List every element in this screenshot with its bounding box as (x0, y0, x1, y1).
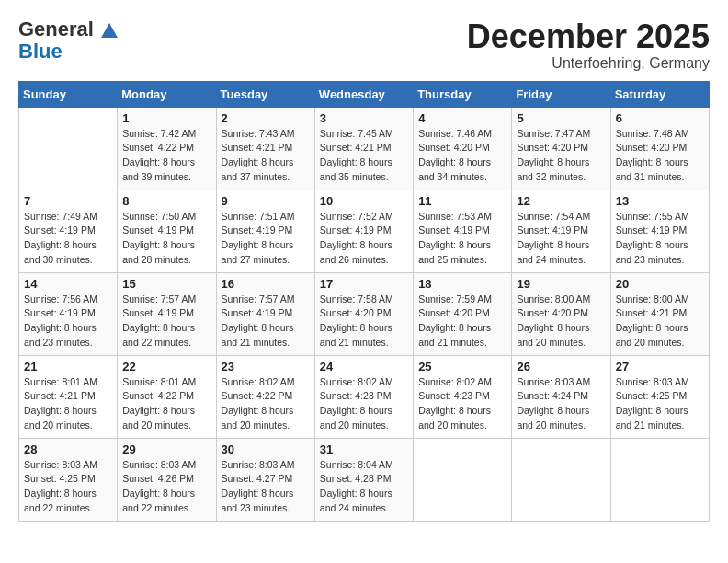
calendar-header-row: SundayMondayTuesdayWednesdayThursdayFrid… (19, 81, 710, 107)
header-wednesday: Wednesday (314, 81, 413, 107)
day-info: Sunrise: 7:46 AMSunset: 4:20 PMDaylight:… (418, 127, 506, 185)
day-info: Sunrise: 7:58 AMSunset: 4:20 PMDaylight:… (320, 293, 408, 350)
day-info: Sunrise: 7:45 AMSunset: 4:21 PMDaylight:… (320, 127, 408, 185)
day-number: 24 (320, 360, 408, 373)
day-number: 12 (517, 194, 605, 208)
calendar-week-row: 28Sunrise: 8:03 AMSunset: 4:25 PMDayligh… (19, 438, 710, 521)
day-info: Sunrise: 8:02 AMSunset: 4:22 PMDaylight:… (222, 375, 310, 433)
day-number: 31 (320, 442, 408, 456)
day-info: Sunrise: 8:04 AMSunset: 4:28 PMDaylight:… (320, 458, 408, 516)
day-info: Sunrise: 7:51 AMSunset: 4:19 PMDaylight:… (222, 210, 310, 268)
calendar-cell: 2Sunrise: 7:43 AMSunset: 4:21 PMDaylight… (216, 107, 314, 190)
day-number: 14 (24, 277, 112, 291)
calendar-cell: 30Sunrise: 8:03 AMSunset: 4:27 PMDayligh… (216, 438, 314, 521)
day-number: 28 (24, 442, 112, 456)
logo-blue: Blue (18, 40, 63, 63)
calendar-cell: 26Sunrise: 8:03 AMSunset: 4:24 PMDayligh… (512, 355, 610, 438)
day-info: Sunrise: 7:54 AMSunset: 4:19 PMDaylight:… (517, 210, 605, 268)
calendar-cell (512, 438, 610, 521)
day-info: Sunrise: 7:55 AMSunset: 4:19 PMDaylight:… (616, 210, 704, 268)
calendar-cell: 31Sunrise: 8:04 AMSunset: 4:28 PMDayligh… (314, 438, 413, 521)
day-info: Sunrise: 7:52 AMSunset: 4:19 PMDaylight:… (320, 210, 408, 268)
page-header: General Blue December 2025 Unterfoehring… (18, 18, 710, 72)
day-number: 7 (24, 194, 112, 208)
day-number: 22 (122, 360, 210, 373)
calendar-cell: 8Sunrise: 7:50 AMSunset: 4:19 PMDaylight… (118, 190, 216, 272)
day-number: 6 (616, 111, 704, 125)
calendar-cell: 10Sunrise: 7:52 AMSunset: 4:19 PMDayligh… (314, 190, 413, 272)
calendar-cell: 17Sunrise: 7:58 AMSunset: 4:20 PMDayligh… (314, 272, 413, 355)
header-saturday: Saturday (610, 81, 709, 107)
calendar-cell: 1Sunrise: 7:42 AMSunset: 4:22 PMDaylight… (118, 107, 216, 190)
day-number: 16 (222, 277, 310, 291)
calendar-week-row: 1Sunrise: 7:42 AMSunset: 4:22 PMDaylight… (19, 107, 710, 190)
day-number: 17 (320, 277, 408, 291)
day-number: 9 (222, 194, 310, 208)
calendar-cell: 28Sunrise: 8:03 AMSunset: 4:25 PMDayligh… (19, 438, 118, 521)
day-info: Sunrise: 8:03 AMSunset: 4:25 PMDaylight:… (616, 375, 704, 433)
logo-general: General (18, 18, 118, 40)
day-info: Sunrise: 7:59 AMSunset: 4:20 PMDaylight:… (418, 293, 506, 350)
day-info: Sunrise: 8:00 AMSunset: 4:21 PMDaylight:… (616, 293, 704, 350)
calendar-cell: 20Sunrise: 8:00 AMSunset: 4:21 PMDayligh… (610, 272, 709, 355)
calendar-cell: 29Sunrise: 8:03 AMSunset: 4:26 PMDayligh… (118, 438, 216, 521)
calendar-cell: 7Sunrise: 7:49 AMSunset: 4:19 PMDaylight… (19, 190, 118, 272)
title-block: December 2025 Unterfoehring, Germany (467, 18, 710, 72)
day-number: 3 (320, 111, 408, 125)
svg-marker-0 (101, 23, 118, 38)
day-info: Sunrise: 7:50 AMSunset: 4:19 PMDaylight:… (122, 210, 210, 268)
day-number: 5 (517, 111, 605, 125)
day-info: Sunrise: 8:02 AMSunset: 4:23 PMDaylight:… (418, 375, 506, 433)
day-info: Sunrise: 8:03 AMSunset: 4:27 PMDaylight:… (222, 458, 310, 516)
day-info: Sunrise: 7:48 AMSunset: 4:20 PMDaylight:… (616, 127, 704, 185)
day-number: 1 (122, 111, 210, 125)
calendar-week-row: 21Sunrise: 8:01 AMSunset: 4:21 PMDayligh… (19, 355, 710, 438)
page-title: December 2025 (467, 18, 710, 55)
day-info: Sunrise: 7:57 AMSunset: 4:19 PMDaylight:… (122, 293, 210, 350)
calendar-cell (414, 438, 512, 521)
calendar-cell (19, 107, 118, 190)
calendar-cell: 13Sunrise: 7:55 AMSunset: 4:19 PMDayligh… (610, 190, 709, 272)
calendar-cell: 3Sunrise: 7:45 AMSunset: 4:21 PMDaylight… (314, 107, 413, 190)
logo: General Blue (18, 18, 118, 63)
day-number: 2 (222, 111, 310, 125)
calendar-cell: 22Sunrise: 8:01 AMSunset: 4:22 PMDayligh… (118, 355, 216, 438)
day-info: Sunrise: 8:03 AMSunset: 4:26 PMDaylight:… (122, 458, 210, 516)
day-info: Sunrise: 8:00 AMSunset: 4:20 PMDaylight:… (517, 293, 605, 350)
logo-triangle-icon (101, 22, 118, 39)
day-number: 15 (122, 277, 210, 291)
day-number: 21 (24, 360, 112, 373)
header-monday: Monday (118, 81, 216, 107)
day-info: Sunrise: 7:43 AMSunset: 4:21 PMDaylight:… (222, 127, 310, 185)
calendar-cell: 14Sunrise: 7:56 AMSunset: 4:19 PMDayligh… (19, 272, 118, 355)
header-thursday: Thursday (414, 81, 512, 107)
calendar-cell: 24Sunrise: 8:02 AMSunset: 4:23 PMDayligh… (314, 355, 413, 438)
day-info: Sunrise: 7:53 AMSunset: 4:19 PMDaylight:… (418, 210, 506, 268)
day-info: Sunrise: 7:56 AMSunset: 4:19 PMDaylight:… (24, 293, 112, 350)
day-info: Sunrise: 8:03 AMSunset: 4:24 PMDaylight:… (517, 375, 605, 433)
header-sunday: Sunday (19, 81, 118, 107)
day-number: 18 (418, 277, 506, 291)
day-info: Sunrise: 7:49 AMSunset: 4:19 PMDaylight:… (24, 210, 112, 268)
calendar-cell: 21Sunrise: 8:01 AMSunset: 4:21 PMDayligh… (19, 355, 118, 438)
calendar-cell (610, 438, 709, 521)
day-number: 13 (616, 194, 704, 208)
day-number: 10 (320, 194, 408, 208)
day-number: 30 (222, 442, 310, 456)
calendar-week-row: 14Sunrise: 7:56 AMSunset: 4:19 PMDayligh… (19, 272, 710, 355)
day-info: Sunrise: 7:42 AMSunset: 4:22 PMDaylight:… (122, 127, 210, 185)
calendar-cell: 9Sunrise: 7:51 AMSunset: 4:19 PMDaylight… (216, 190, 314, 272)
day-info: Sunrise: 8:01 AMSunset: 4:22 PMDaylight:… (122, 375, 210, 433)
calendar-cell: 16Sunrise: 7:57 AMSunset: 4:19 PMDayligh… (216, 272, 314, 355)
day-number: 11 (418, 194, 506, 208)
day-number: 4 (418, 111, 506, 125)
calendar-cell: 19Sunrise: 8:00 AMSunset: 4:20 PMDayligh… (512, 272, 610, 355)
calendar-cell: 12Sunrise: 7:54 AMSunset: 4:19 PMDayligh… (512, 190, 610, 272)
day-info: Sunrise: 8:02 AMSunset: 4:23 PMDaylight:… (320, 375, 408, 433)
calendar-cell: 5Sunrise: 7:47 AMSunset: 4:20 PMDaylight… (512, 107, 610, 190)
calendar-cell: 11Sunrise: 7:53 AMSunset: 4:19 PMDayligh… (414, 190, 512, 272)
day-number: 27 (616, 360, 704, 373)
calendar-table: SundayMondayTuesdayWednesdayThursdayFrid… (18, 81, 710, 522)
calendar-cell: 27Sunrise: 8:03 AMSunset: 4:25 PMDayligh… (610, 355, 709, 438)
day-info: Sunrise: 8:03 AMSunset: 4:25 PMDaylight:… (24, 458, 112, 516)
